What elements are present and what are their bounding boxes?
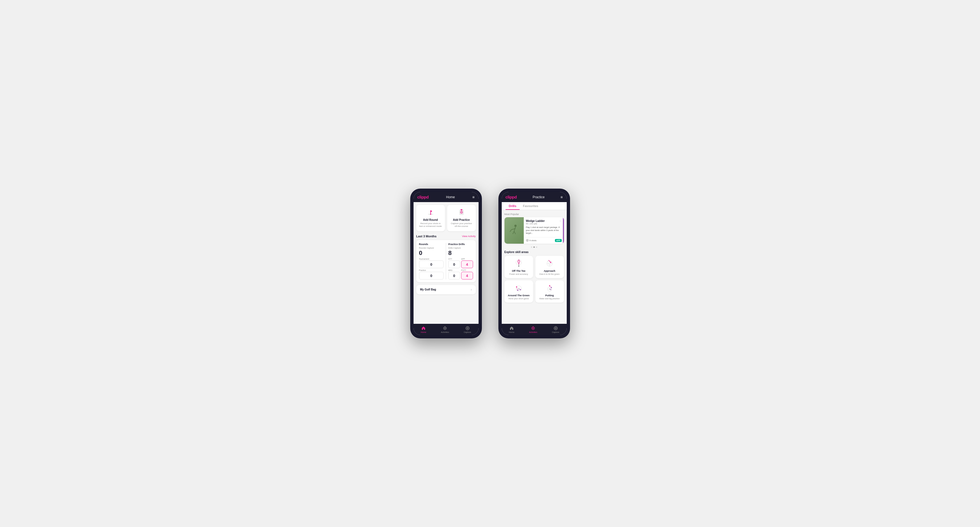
arg-val: 0 bbox=[453, 274, 455, 278]
svg-point-22 bbox=[527, 240, 528, 241]
off-the-tee-icon bbox=[514, 259, 524, 268]
svg-point-55 bbox=[533, 328, 534, 329]
rounds-col: Rounds Rounds Capture 0 Tournament 0 Pra… bbox=[419, 243, 444, 279]
menu-icon[interactable]: ≡ bbox=[472, 195, 474, 199]
featured-drill-card[interactable]: Wedge Ladder ☆ 50–100 yds Play 1 shot at… bbox=[504, 217, 564, 244]
view-activity-link[interactable]: View Activity bbox=[462, 235, 476, 238]
purple-bar bbox=[563, 217, 564, 244]
chevron-icon: › bbox=[471, 288, 472, 292]
practice-capture-label: Capture bbox=[552, 331, 559, 333]
drills-value: 8 bbox=[448, 250, 473, 256]
rounds-title: Rounds bbox=[419, 243, 444, 246]
nav-capture[interactable]: Capture bbox=[464, 326, 471, 333]
practice-label: Practice bbox=[419, 269, 444, 271]
svg-point-36 bbox=[550, 262, 551, 263]
tab-favourites[interactable]: Favourites bbox=[520, 202, 542, 210]
add-round-icon bbox=[418, 208, 443, 217]
putt-val: 4 bbox=[466, 274, 468, 278]
quick-actions: Add Round Record your shots in fast or e… bbox=[416, 205, 476, 231]
add-round-desc: Record your shots in fast or enhanced mo… bbox=[418, 222, 443, 228]
carousel-dots bbox=[504, 246, 564, 248]
practice-nav-activities[interactable]: Activities bbox=[529, 326, 537, 333]
phone-practice: clippd Practice ≡ Drills Favourites Most… bbox=[498, 189, 570, 338]
dot-1 bbox=[531, 246, 532, 248]
around-green-icon bbox=[514, 283, 524, 293]
drills-col: Practice Drills Drills Capture 8 OTT 0 A… bbox=[448, 243, 473, 279]
add-practice-icon bbox=[449, 208, 474, 217]
stats-title: Last 3 Months bbox=[416, 235, 437, 238]
svg-rect-1 bbox=[430, 210, 431, 214]
home-nav-icon bbox=[421, 326, 426, 330]
nav-home[interactable]: Home bbox=[421, 326, 426, 333]
featured-footer: 9 shots APP bbox=[524, 237, 564, 244]
practice-activities-label: Activities bbox=[529, 331, 537, 333]
activities-nav-label: Activities bbox=[441, 331, 449, 333]
svg-point-10 bbox=[444, 328, 445, 329]
practice-nav-capture[interactable]: Capture bbox=[552, 326, 559, 333]
rounds-value: 0 bbox=[419, 250, 444, 256]
off-the-tee-desc: Power and accuracy bbox=[507, 273, 531, 275]
practice-tabs: Drills Favourites bbox=[502, 202, 567, 210]
add-practice-title: Add Practice bbox=[449, 218, 474, 221]
app-label: APP bbox=[461, 258, 473, 260]
add-round-title: Add Round bbox=[418, 218, 443, 221]
add-practice-card[interactable]: Add Practice Capture your practice off-t… bbox=[447, 205, 476, 231]
ott-val: 0 bbox=[453, 262, 455, 267]
arg-label: ARG bbox=[448, 269, 460, 271]
favourite-star-icon[interactable]: ☆ bbox=[559, 219, 562, 222]
golf-bag-label: My Golf Bag bbox=[420, 288, 436, 291]
approach-icon bbox=[545, 259, 555, 268]
putting-icon bbox=[545, 283, 555, 293]
putting-icon-area bbox=[538, 283, 562, 293]
home-bottom-nav: Home Activities Capture bbox=[414, 324, 479, 335]
home-nav-label: Home bbox=[421, 331, 426, 333]
featured-desc: Play 1 shot at each target yardage. If y… bbox=[526, 226, 562, 235]
svg-line-43 bbox=[517, 287, 518, 290]
svg-line-27 bbox=[519, 261, 520, 264]
svg-line-20 bbox=[510, 230, 511, 232]
stats-header: Last 3 Months View Activity bbox=[416, 235, 476, 238]
practice-box: 0 bbox=[419, 272, 444, 279]
phone-home: clippd Home ≡ Add Round bbox=[410, 189, 482, 338]
app-badge: APP bbox=[555, 239, 562, 242]
around-green-icon-area bbox=[507, 283, 531, 293]
skill-around-green[interactable]: Around The Green Hone your short game bbox=[504, 280, 533, 303]
ott-box: 0 bbox=[448, 260, 460, 268]
add-round-card[interactable]: Add Round Record your shots in fast or e… bbox=[416, 205, 445, 231]
practice-menu-icon[interactable]: ≡ bbox=[560, 195, 563, 199]
skill-putting[interactable]: Putting Make and lag practice bbox=[535, 280, 564, 303]
drills-title: Practice Drills bbox=[448, 243, 473, 246]
activities-nav-icon bbox=[443, 326, 447, 330]
tournament-label: Tournament bbox=[419, 258, 444, 260]
putting-name: Putting bbox=[538, 294, 562, 297]
golf-bag-row[interactable]: My Golf Bag › bbox=[416, 285, 476, 294]
skill-grid: Off The Tee Power and accuracy bbox=[504, 256, 564, 303]
practice-nav-home[interactable]: Home bbox=[509, 326, 514, 333]
app-box: 4 bbox=[461, 260, 473, 268]
tab-drills[interactable]: Drills bbox=[506, 202, 520, 210]
around-green-name: Around The Green bbox=[507, 294, 531, 297]
featured-drill-title: Wedge Ladder bbox=[526, 219, 545, 222]
svg-rect-5 bbox=[461, 209, 462, 210]
svg-line-17 bbox=[513, 231, 514, 234]
practice-home-label: Home bbox=[509, 331, 514, 333]
off-the-tee-name: Off The Tee bbox=[507, 270, 531, 272]
tournament-val: 0 bbox=[430, 262, 432, 267]
practice-title: Practice bbox=[533, 195, 544, 199]
rounds-capture-label: Rounds Capture bbox=[419, 247, 444, 249]
tournament-box: 0 bbox=[419, 260, 444, 268]
featured-yds: 50–100 yds bbox=[526, 222, 562, 225]
logo: clippd bbox=[417, 195, 429, 199]
golfer-silhouette bbox=[509, 224, 520, 237]
add-practice-desc: Capture your practice off-the-course bbox=[449, 222, 474, 228]
nav-activities[interactable]: Activities bbox=[441, 326, 449, 333]
skill-approach[interactable]: Approach Dial-in to hit the green bbox=[535, 256, 564, 278]
skill-section-title: Explore skill areas bbox=[504, 251, 564, 254]
stats-container: Rounds Rounds Capture 0 Tournament 0 Pra… bbox=[416, 240, 476, 282]
skill-off-the-tee[interactable]: Off The Tee Power and accuracy bbox=[504, 256, 533, 278]
approach-icon-area bbox=[538, 259, 562, 268]
practice-home-icon bbox=[509, 326, 514, 330]
putt-box: 4 bbox=[461, 272, 473, 279]
home-title: Home bbox=[446, 195, 455, 199]
dot-3 bbox=[536, 246, 537, 248]
